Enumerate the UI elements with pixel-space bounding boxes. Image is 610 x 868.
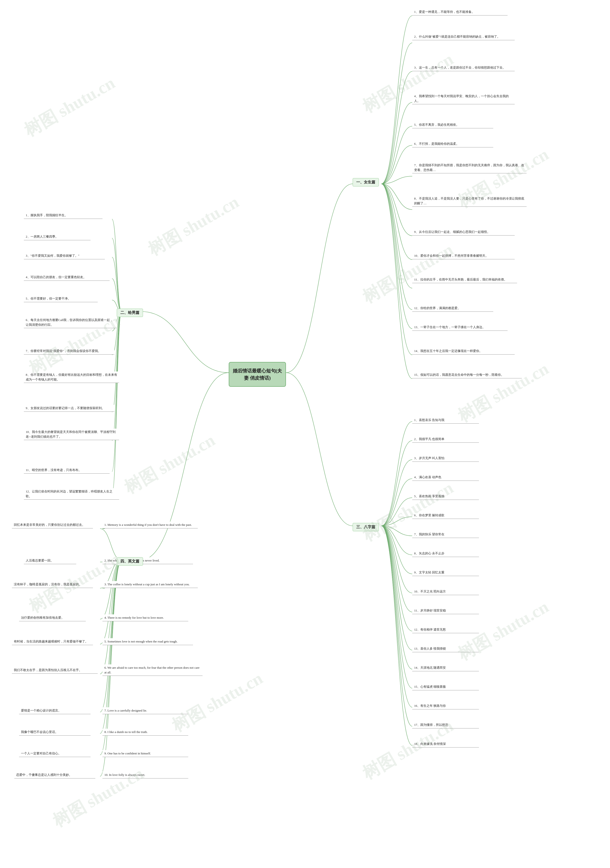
nv-item-11: 11、拉你的左手，在雨中无尽头奔跑，最后最后，我们幸福的依偎。 [412, 276, 517, 283]
bazhi-item-6: 6、你在梦里 辗转成歌 [412, 512, 479, 519]
bazhi-item-2: 2、我很平凡 也很简单 [412, 436, 479, 443]
nan-item-4: 4、可以陪自己的朋友，但一定要重色轻友。 [24, 274, 110, 281]
nan-item-5: 5、你不需要好，但一定要干净。 [24, 295, 98, 302]
nv-item-9: 9、从今往后让我们一起走、细腻的心思我们一起领悟。 [412, 229, 515, 236]
nv-item-5: 5、你若不离弃，我必生死相依。 [412, 121, 493, 129]
nv-item-1: 1、爱是一种遇见，不能等待，也不能准备。 [412, 9, 508, 16]
branch-nv: 一、女生篇 [353, 178, 379, 186]
en-item-7-cn: 爱情是一个精心设计的谎言。 [19, 707, 90, 714]
en-item-8-cn: 我像个哑巴不会说心里话。 [19, 729, 90, 736]
bazhi-item-4: 4、满心欢喜 动声色 [412, 474, 479, 481]
en-item-8-en: 8. I like a dumb no to tell the truth. [102, 729, 188, 736]
bazhi-item-11: 11、岁月静好 现世安稳 [412, 607, 479, 614]
en-item-9-cn: 一个人一定要对自己有信心。 [19, 750, 90, 757]
en-item-10-cn: 恋爱中，干傻事总是让人感到十分美妙。 [14, 772, 95, 778]
nan-item-3: 3、"你不爱我又如何，我爱你就够了。" [24, 253, 105, 259]
nan-item-8: 8、你不需要是有钱人，但最好有比较远大的目标和理想，在未来有成为一个有钱人的可能… [24, 372, 119, 383]
bazhi-item-15: 15、心有猛虎 细嗅蔷薇 [412, 684, 479, 690]
en-item-2-en: 2. She who has never loved, has never li… [102, 557, 193, 564]
en-item-5-cn: 有时候，当生活的路越来越艰难时，只有爱做不够了。 [12, 638, 93, 645]
nan-item-7: 7、你要经常对我说"我爱你"，否则我会假设你不爱我。 [24, 348, 114, 355]
nan-item-2: 2、一房两人三餐四季。 [24, 233, 90, 240]
en-item-7-en: 7. Love is a carefully designed lie. [102, 707, 188, 714]
nv-item-14: 14、我想在五十年之后我一定还像现在一样爱你。 [412, 348, 515, 355]
bazhi-item-9: 9、文字太轻 回忆太重 [412, 569, 479, 576]
branch-nan: 二、给男篇 [117, 308, 143, 317]
en-item-3-cn: 没有杯子，咖啡是孤寂的，没有你，我是孤寂的。 [12, 581, 93, 588]
nv-item-6: 6、不打扰，是我能给你的温柔。 [412, 141, 493, 147]
watermark: 树图 shutu.cn [168, 667, 267, 737]
nan-item-12: 12、让我们坐在时间的长河边，望远繁繁细语，吟唱朋友人生之歌。 [24, 488, 119, 500]
nv-item-12: 12、你给的世界，满满的都是爱。 [412, 305, 493, 312]
bazhi-item-13: 13、喜你人多 怪我情锁 [412, 645, 479, 652]
bazhi-item-1: 1、喜怒哀乐 告知与我 [412, 417, 479, 424]
bazhi-item-18: 18、向来缘浅 奈何情深 [412, 741, 479, 747]
watermark: 树图 shutu.cn [359, 238, 457, 308]
en-item-6-en: 6. We are afraid to care too much, for f… [102, 664, 203, 676]
en-item-6-cn: 我们不敢太在乎，是因为害怕别人压根儿不在乎。 [12, 667, 98, 674]
bazhi-item-3: 3、岁月无声 叫人害怕 [412, 455, 479, 462]
en-item-9-en: 9. One has to be confident in himself. [102, 750, 188, 757]
nv-item-3: 3、这一生，总有一个人，老是跟你过不去，你却很想跟他过下去。 [412, 64, 515, 71]
branch-en: 四、英文篇 [117, 557, 143, 566]
bazhi-item-10: 10、不灭之光 照向远方 [412, 588, 479, 595]
nan-item-6: 6、每天去任何地方都要Call我，告诉我你的位置以及跟谁一起，让我清楚你的行踪。 [24, 317, 117, 328]
nv-item-13: 13、一辈子住在一个地方，一辈子缠在一个人身边。 [412, 324, 508, 331]
nan-item-1: 1、握执我手，陪我颠狂半生。 [24, 212, 102, 219]
bazhi-item-12: 12、有你相伴 遣世无愁 [412, 626, 479, 633]
en-item-1-en: 1. Memory is a wonderful thing if you do… [102, 521, 198, 529]
en-item-10-en: 10. In love folly is always sweet. [102, 772, 188, 778]
bazhi-item-17: 17、因为懂得，所以慈悲 [412, 722, 479, 728]
watermark: 树图 shutu.cn [20, 71, 119, 142]
en-item-3-en: 3. The coffee is lonely without a cup ju… [102, 581, 198, 588]
watermark: 树图 shutu.cn [120, 429, 219, 499]
nv-item-10: 10、爱你才会和你一起拼搏，不然何苦拿青春赌明天。 [412, 253, 515, 259]
bazhi-item-8: 8、矢志的心 永不止步 [412, 550, 479, 557]
nv-item-7: 7、你是我猜不到的不知所措，我是你想不到的无关痛痒，因为你，我认真着、改变着、悲… [412, 162, 526, 174]
nan-item-10: 10、我今生最大的奢望就是天天和你在同个被窝淡聊、平淡相守到老--老到我们彼此也… [24, 429, 119, 440]
en-item-4-en: 4. There is no remedy for love but to lo… [102, 614, 188, 621]
en-item-1-cn: 回忆本来是非常美好的，只要你别让过去的都过去。 [12, 521, 93, 529]
nv-item-15: 15、假如可以的话，我愿意花去生命中的每一分每一秒，陪着你。 [412, 372, 522, 378]
nv-item-4: 4、我希望找到一个每天对我说早安、晚安的人，一个担心会失去我的人。 [412, 93, 515, 104]
center-title: 婚后情话最暖心短句(夫妻 俏皮情话) [233, 368, 282, 381]
nan-item-9: 9、女朋友说过的话要好要记得一点，不要随便假装听到。 [24, 405, 114, 412]
bazhi-item-14: 14、天涯地北 随遇而安 [412, 664, 479, 671]
bazhi-item-16: 16、有生之年 狭路与你 [412, 702, 479, 709]
center-node: 婚后情话最暖心短句(夫妻 俏皮情话) [229, 362, 286, 387]
watermark: 树图 shutu.cn [359, 48, 457, 118]
en-item-4-cn: 治疗爱的创伤唯有加倍地去爱。 [19, 614, 86, 621]
bazhi-item-7: 7、我的快乐 望你常在 [412, 531, 479, 538]
en-item-2-cn: 人活着总要爱一回。 [24, 557, 76, 564]
nv-item-2: 2、什么叫做"被爱"?就是连自己都不能容纳的缺点，被容纳了。 [412, 33, 515, 40]
bazhi-item-5: 5、喜欢热闹 享受孤独 [412, 493, 479, 500]
branch-bazhi: 三、八字篇 [353, 523, 379, 531]
en-item-5-en: 5. Sometimes love is not enough when the… [102, 638, 193, 645]
nan-item-11: 11、晴空的世界，没有奇迹，只有布布。 [24, 467, 110, 474]
watermark: 树图 shutu.cn [144, 191, 243, 261]
nv-item-8: 8、不是我没人追，不是我没人要，只是心里有了你，不过谢谢你的冷漠让我彻底的醒了… [412, 195, 526, 207]
